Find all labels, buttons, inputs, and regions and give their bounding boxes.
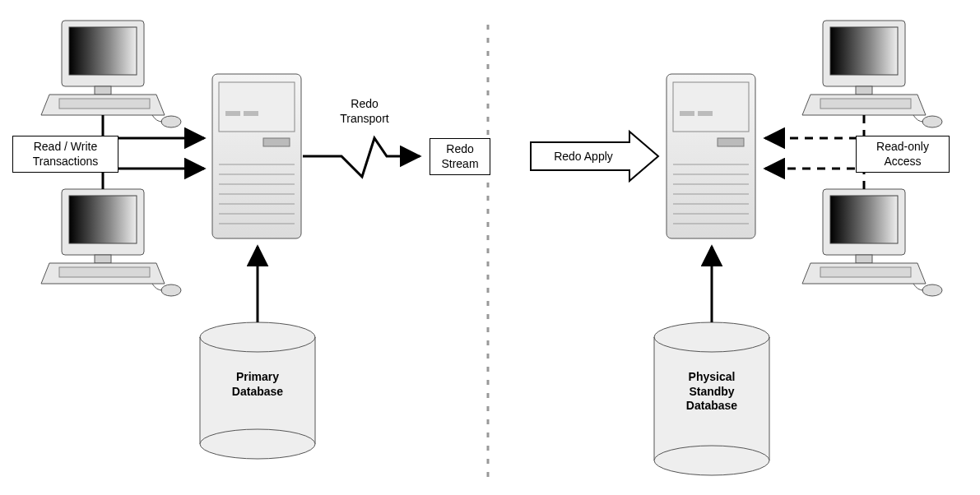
- svg-rect-42: [820, 99, 911, 109]
- svg-rect-3: [59, 99, 150, 109]
- svg-point-48: [922, 285, 942, 296]
- primary-database-label: PrimaryDatabase: [212, 370, 303, 399]
- workstation-icon: [802, 21, 942, 127]
- svg-rect-45: [830, 196, 898, 243]
- standby-database-label: PhysicalStandbyDatabase: [666, 370, 757, 414]
- svg-rect-12: [225, 111, 240, 116]
- svg-rect-1: [69, 27, 137, 75]
- svg-point-26: [200, 429, 315, 459]
- arrow-client-to-server: [103, 115, 204, 138]
- svg-rect-47: [820, 267, 911, 277]
- redo-apply-label: Redo Apply: [538, 150, 629, 164]
- workstation-icon: [41, 189, 181, 296]
- svg-rect-46: [856, 255, 872, 263]
- redo-transport-arrow: [303, 138, 420, 177]
- server-tower-icon: [212, 74, 301, 238]
- svg-point-9: [161, 285, 181, 296]
- svg-point-43: [922, 116, 942, 127]
- server-tower-icon: [666, 74, 755, 238]
- diagram-svg: [0, 0, 980, 495]
- svg-rect-6: [69, 196, 137, 243]
- svg-rect-29: [680, 111, 694, 116]
- svg-rect-40: [830, 27, 898, 75]
- svg-rect-28: [673, 82, 749, 132]
- svg-rect-31: [718, 138, 744, 146]
- workstation-icon: [41, 21, 181, 127]
- svg-rect-41: [856, 86, 872, 95]
- svg-rect-2: [95, 86, 111, 95]
- arrow-client-to-standby: [765, 115, 864, 138]
- svg-rect-8: [59, 267, 150, 277]
- svg-rect-14: [263, 138, 290, 146]
- read-write-transactions-label: Read / WriteTransactions: [12, 136, 118, 173]
- svg-point-53: [654, 446, 769, 475]
- svg-rect-7: [95, 255, 111, 263]
- redo-transport-label: RedoTransport: [327, 97, 402, 126]
- arrow-client-to-standby: [765, 169, 864, 189]
- svg-rect-13: [244, 111, 258, 116]
- read-only-access-label: Read-onlyAccess: [856, 136, 950, 173]
- redo-stream-box: RedoStream: [430, 138, 490, 175]
- workstation-icon: [802, 189, 942, 296]
- svg-point-4: [161, 116, 181, 127]
- diagram-canvas: Read / WriteTransactions RedoTransport R…: [0, 0, 980, 495]
- svg-rect-11: [219, 82, 295, 132]
- svg-rect-30: [698, 111, 713, 116]
